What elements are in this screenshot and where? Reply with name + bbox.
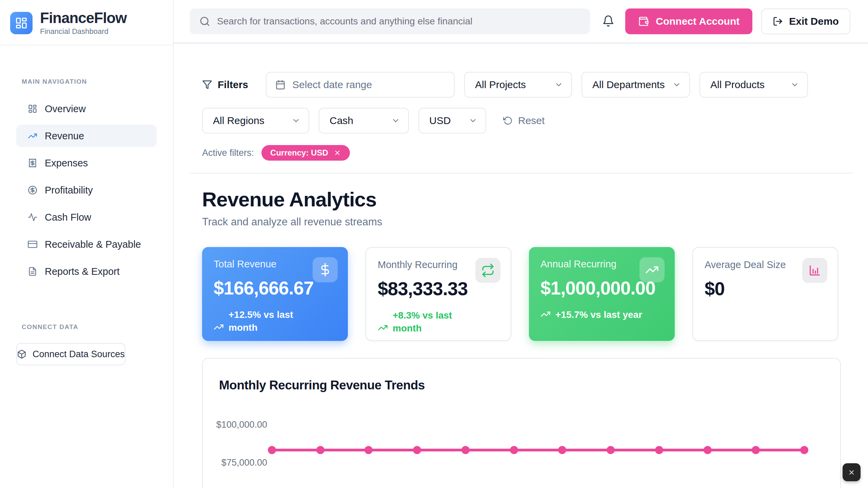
sidebar-item-expenses[interactable]: Expenses — [16, 152, 157, 174]
projects-select[interactable]: All Projects — [464, 72, 572, 98]
sidebar-item-label: Expenses — [45, 158, 88, 169]
trending-up-icon — [28, 131, 37, 141]
currency-select-value: USD — [429, 115, 451, 126]
chart-data-point[interactable] — [316, 446, 324, 454]
chart-data-point[interactable] — [800, 446, 808, 454]
connect-account-button[interactable]: Connect Account — [625, 8, 752, 34]
currency-select[interactable]: USD — [418, 108, 486, 134]
sidebar-item-reports-export[interactable]: Reports & Export — [16, 260, 157, 283]
metric-trend-text: +15.7% vs last year — [555, 308, 642, 321]
connect-account-label: Connect Account — [656, 16, 739, 27]
chart-data-point[interactable] — [364, 446, 373, 454]
chevron-down-icon — [790, 80, 799, 89]
chart-data-point[interactable] — [510, 446, 518, 454]
sidebar-item-cash-flow[interactable]: Cash Flow — [16, 206, 157, 228]
sidebar-item-revenue[interactable]: Revenue — [16, 125, 157, 147]
metric-card-average-deal-size: Average Deal Size $0 — [692, 247, 838, 341]
circle-dollar-icon — [28, 185, 37, 195]
chart-data-point[interactable] — [655, 446, 663, 454]
chart-data-point[interactable] — [607, 446, 615, 454]
cash-select[interactable]: Cash — [319, 108, 409, 134]
connect-data-sources-button[interactable]: Connect Data Sources — [16, 343, 125, 365]
sidebar-item-label: Profitability — [45, 185, 93, 196]
bell-icon — [602, 15, 614, 27]
notifications-button[interactable] — [602, 15, 614, 28]
trending-up-icon — [645, 263, 659, 277]
sidebar-item-receivable-payable[interactable]: Receivable & Payable — [16, 233, 157, 256]
chart-data-point[interactable] — [268, 446, 276, 454]
metric-trend: +15.7% vs last year — [540, 308, 665, 321]
metric-trend: +12.5% vs last month — [214, 308, 338, 334]
metric-cards: Total Revenue $166,666.67 +12.5% vs last… — [202, 247, 853, 341]
close-icon[interactable] — [334, 149, 341, 157]
credit-card-icon — [28, 240, 37, 249]
chart-data-point[interactable] — [704, 446, 712, 454]
date-range-field[interactable] — [292, 79, 445, 90]
date-range-input[interactable] — [266, 72, 455, 98]
y-axis-tick: $75,000.00 — [213, 458, 267, 468]
metric-icon-box — [639, 257, 665, 282]
dollar-icon — [318, 263, 332, 277]
metric-trend: +8.3% vs last month — [378, 309, 500, 335]
app-tagline: Financial Dashboard — [40, 27, 126, 36]
products-select-value: All Products — [710, 79, 765, 90]
exit-demo-label: Exit Demo — [789, 16, 839, 27]
page-subtitle: Track and analyze all revenue streams — [202, 216, 853, 228]
metric-card-annual-recurring: Annual Recurring $1,000,000.00 +15.7% vs… — [529, 247, 675, 341]
filters-panel: Filters All Projects All Departments — [202, 72, 853, 161]
y-axis-tick: $100,000.00 — [213, 420, 267, 430]
active-filters-label: Active filters: — [202, 148, 254, 158]
page-title: Revenue Analytics — [202, 188, 853, 211]
filters-row-2: All Regions Cash USD Reset — [202, 108, 853, 134]
top-bar: Connect Account Exit Demo — [174, 0, 868, 43]
sidebar-item-profitability[interactable]: Profitability — [16, 179, 157, 201]
chart-data-point[interactable] — [752, 446, 760, 454]
close-overlay-button[interactable]: × — [843, 463, 861, 481]
sidebar-divider — [0, 45, 173, 45]
global-search[interactable] — [190, 8, 590, 34]
sidebar-item-overview[interactable]: Overview — [16, 98, 157, 120]
sidebar-item-label: Reports & Export — [45, 266, 120, 277]
sidebar-item-label: Revenue — [45, 130, 84, 142]
trending-up-icon — [540, 309, 551, 319]
chevron-down-icon — [554, 80, 563, 89]
chevron-down-icon — [672, 80, 681, 89]
metric-trend-text: +12.5% vs last month — [229, 308, 310, 334]
filters-row-1: Filters All Projects All Departments — [202, 72, 853, 98]
chevron-down-icon — [469, 116, 477, 125]
trending-up-icon — [214, 322, 224, 332]
activity-icon — [28, 212, 37, 222]
package-icon — [17, 349, 26, 359]
content: Filters All Projects All Departments — [174, 43, 868, 488]
regions-select-value: All Regions — [213, 115, 264, 126]
search-input[interactable] — [217, 16, 580, 27]
sidebar-item-label: Overview — [45, 103, 86, 115]
departments-select-value: All Departments — [592, 79, 665, 90]
chart-data-point[interactable] — [413, 446, 421, 454]
metric-trend-text: +8.3% vs last month — [393, 309, 474, 335]
file-text-icon — [28, 267, 37, 276]
reset-filters-button[interactable]: Reset — [503, 115, 545, 126]
main-area: Connect Account Exit Demo Filters — [174, 0, 868, 488]
departments-select[interactable]: All Departments — [581, 72, 690, 98]
rotate-ccw-icon — [503, 116, 513, 125]
exit-demo-button[interactable]: Exit Demo — [761, 8, 850, 34]
app-title: FinanceFlow — [40, 10, 126, 26]
chart-data-point[interactable] — [558, 446, 566, 454]
regions-select[interactable]: All Regions — [202, 108, 309, 134]
receipt-icon — [28, 158, 37, 168]
log-out-icon — [773, 16, 783, 26]
layout-dashboard-icon — [15, 17, 28, 29]
sidebar-item-label: Receivable & Payable — [45, 239, 141, 250]
main-navigation: Overview Revenue Expenses Profitability — [0, 98, 173, 283]
active-filter-chip-currency[interactable]: Currency: USD — [261, 145, 350, 161]
brand-logo — [10, 12, 33, 34]
chart-data-point[interactable] — [461, 446, 470, 454]
metric-icon-box — [802, 258, 827, 283]
filters-title: Filters — [202, 79, 248, 90]
products-select[interactable]: All Products — [699, 72, 808, 98]
sidebar-item-label: Cash Flow — [45, 212, 91, 223]
wallet-icon — [638, 16, 649, 27]
chart-line-plot — [272, 449, 804, 451]
projects-select-value: All Projects — [475, 79, 526, 90]
